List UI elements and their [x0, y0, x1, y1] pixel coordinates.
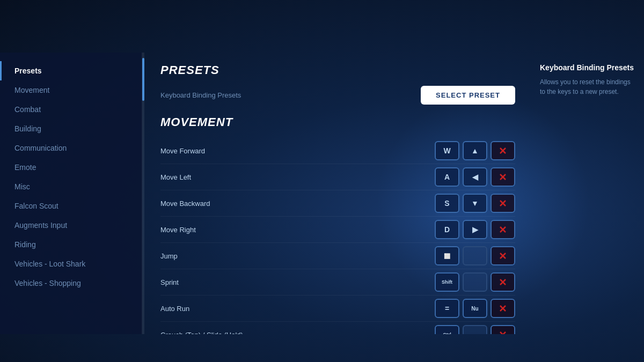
delete-sprint[interactable] — [491, 272, 515, 292]
key-jump-alt[interactable] — [463, 246, 487, 265]
sidebar-item-emote[interactable]: Emote — [0, 158, 142, 177]
binding-keys-jump: ⬜ — [435, 246, 515, 265]
binding-row-sprint: Sprint Shift — [160, 269, 515, 295]
key-numlock[interactable]: Nu — [463, 299, 487, 318]
sidebar-scrollbar[interactable] — [142, 53, 144, 334]
sidebar-item-building[interactable]: Building — [0, 119, 142, 138]
delete-move-backward[interactable] — [491, 194, 515, 213]
content-scroll[interactable]: PRESETS Keyboard Binding Presets SELECT … — [144, 53, 531, 334]
binding-keys-move-forward: W ▲ — [435, 141, 515, 160]
key-arrow-right[interactable]: ▶ — [463, 220, 487, 239]
delete-move-left[interactable] — [491, 167, 515, 187]
key-arrow-down[interactable]: ▼ — [463, 194, 487, 213]
key-equals[interactable]: = — [435, 299, 459, 318]
binding-keys-move-right: D ▶ — [435, 220, 515, 239]
binding-label-move-forward: Move Forward — [160, 147, 435, 155]
binding-row-jump: Jump ⬜ — [160, 243, 515, 269]
key-s[interactable]: S — [435, 194, 459, 213]
preset-row: Keyboard Binding Presets SELECT PRESET — [160, 86, 515, 105]
sidebar-scrollbar-thumb[interactable] — [142, 58, 144, 101]
binding-row-auto-run: Auto Run = Nu — [160, 295, 515, 322]
sidebar-item-combat[interactable]: Combat — [0, 100, 142, 119]
binding-keys-crouch: Ctrl — [435, 325, 515, 334]
binding-label-move-right: Move Right — [160, 226, 435, 234]
key-a[interactable]: A — [435, 167, 459, 187]
binding-label-crouch: Crouch (Tap) / Slide (Hold) — [160, 331, 435, 335]
delete-move-forward[interactable] — [491, 141, 515, 160]
key-crouch-alt[interactable] — [463, 325, 487, 334]
sidebar-item-augments-input[interactable]: Augments Input — [0, 216, 142, 235]
binding-label-auto-run: Auto Run — [160, 305, 435, 313]
key-arrow-up[interactable]: ▲ — [463, 141, 487, 160]
info-panel-title: Keyboard Binding Presets — [540, 63, 635, 72]
select-preset-button[interactable]: SELECT PRESET — [421, 86, 515, 105]
preset-label: Keyboard Binding Presets — [160, 91, 416, 99]
binding-row-move-right: Move Right D ▶ — [160, 217, 515, 243]
sidebar-item-misc[interactable]: Misc — [0, 177, 142, 196]
sidebar-item-movement[interactable]: Movement — [0, 80, 142, 100]
key-space[interactable]: ⬜ — [435, 246, 459, 265]
movement-title: MOVEMENT — [160, 115, 515, 129]
binding-label-move-left: Move Left — [160, 173, 435, 181]
sidebar-item-presets[interactable]: Presets — [0, 61, 142, 80]
binding-label-jump: Jump — [160, 252, 435, 260]
key-arrow-left[interactable]: ◀ — [463, 167, 487, 187]
binding-label-move-backward: Move Backward — [160, 200, 435, 208]
content-area: PRESETS Keyboard Binding Presets SELECT … — [144, 53, 531, 334]
delete-jump[interactable] — [491, 246, 515, 265]
delete-auto-run[interactable] — [491, 299, 515, 318]
binding-row-move-left: Move Left A ◀ — [160, 164, 515, 190]
key-ctrl[interactable]: Ctrl — [435, 325, 459, 334]
info-panel-text: Allows you to reset the bindings to the … — [540, 77, 635, 97]
key-w[interactable]: W — [435, 141, 459, 160]
binding-row-crouch: Crouch (Tap) / Slide (Hold) Ctrl — [160, 322, 515, 334]
key-d[interactable]: D — [435, 220, 459, 239]
delete-move-right[interactable] — [491, 220, 515, 239]
binding-keys-sprint: Shift — [435, 272, 515, 292]
info-panel: Keyboard Binding Presets Allows you to r… — [531, 53, 644, 334]
binding-row-move-forward: Move Forward W ▲ — [160, 138, 515, 164]
sidebar-item-communication[interactable]: Communication — [0, 138, 142, 158]
sidebar-item-falcon-scout[interactable]: Falcon Scout — [0, 196, 142, 216]
delete-crouch[interactable] — [491, 325, 515, 334]
sidebar-item-riding[interactable]: Riding — [0, 235, 142, 254]
binding-row-move-backward: Move Backward S ▼ — [160, 190, 515, 217]
key-shift[interactable]: Shift — [435, 272, 459, 292]
presets-title: PRESETS — [160, 63, 515, 77]
sidebar-item-vehicles-loot-shark[interactable]: Vehicles - Loot Shark — [0, 254, 142, 274]
key-sprint-alt[interactable] — [463, 272, 487, 292]
binding-label-sprint: Sprint — [160, 278, 435, 286]
binding-keys-move-left: A ◀ — [435, 167, 515, 187]
binding-keys-auto-run: = Nu — [435, 299, 515, 318]
sidebar: Presets Movement Combat Building Communi… — [0, 53, 142, 334]
binding-keys-move-backward: S ▼ — [435, 194, 515, 213]
sidebar-item-vehicles-shopping[interactable]: Vehicles - Shopping — [0, 274, 142, 293]
